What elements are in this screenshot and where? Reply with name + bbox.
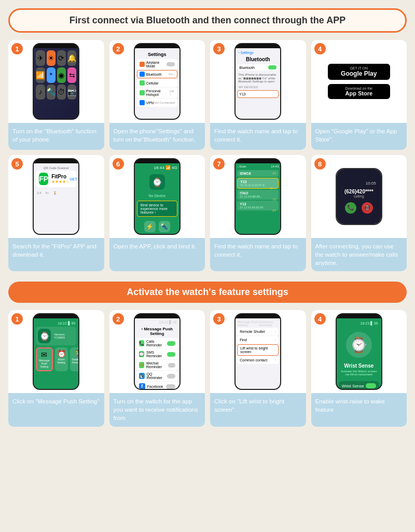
cc-tile-wifi2: 📶: [36, 67, 45, 83]
step-2-phone-screen: Settings Airplane Mode Bluetooth On ›: [135, 48, 179, 119]
sms-icon: 💬: [139, 351, 144, 357]
step-s2-4-phone: 18:23 ▋ 99 ⌚ Wrist Sense Activate the Wa…: [336, 313, 382, 390]
qq-toggle[interactable]: [167, 374, 175, 379]
cc-tile-mute: 🔔: [67, 50, 76, 66]
app-store-line2: App Store: [333, 90, 385, 96]
cc-tile-wifi: ✈: [36, 50, 45, 66]
step-1-image: 1 ✈ ☀ ⟳ 🔔 📶 * ◉ ⇆ ♪ 🔦 ⏱: [8, 40, 104, 123]
wrist-sense-toggle[interactable]: [366, 383, 376, 388]
step-4-number: 4: [314, 43, 326, 54]
step-3-desc: Find the watch name and tap to connect i…: [210, 123, 306, 150]
wechat-toggle[interactable]: [168, 363, 175, 368]
sms-toggle[interactable]: [167, 352, 175, 357]
google-play-button[interactable]: GET IT ON Google Play: [328, 64, 390, 80]
step-1-card: 1 ✈ ☀ ⟳ 🔔 📶 * ◉ ⇆ ♪ 🔦 ⏱: [8, 40, 104, 150]
bind-device-bar: Bind device to experience more features …: [137, 201, 177, 217]
cellular-label: Cellular: [146, 81, 159, 85]
scan-device-idw16: IDW16: [240, 172, 251, 175]
bt-info-text: This iPhone is discoverable as "◼◼◼◼◼◼◼ …: [237, 72, 279, 85]
bt-toggle-label: Bluetooth: [239, 66, 268, 69]
step-s2-2-number: 2: [113, 313, 124, 325]
step-7-image: 7 ‹ Scan 14:43 IDW16 -21: [210, 155, 306, 238]
step-6-phone-screen: 16:44 📶 4G ⌚ No Device Bind device to ex…: [135, 163, 179, 234]
step-4-card: 4 GET IT ON Google Play Download on the …: [311, 40, 407, 150]
settings-title: Settings: [137, 50, 177, 59]
phone-notch-s3: [250, 314, 266, 318]
bind-icon-2: 🔦: [159, 221, 170, 232]
bt-header: ‹ Settings: [237, 50, 279, 55]
watch-accept-button[interactable]: 📞: [345, 202, 356, 214]
section1-banner: First connect via Bluetooth and then con…: [8, 8, 407, 33]
step-s2-1-card: 1 18:22 ▋ 99 ⌚ Version: Y13663: [8, 310, 104, 426]
step-3-phone-screen: ‹ Settings Bluetooth Bluetooth This iPho…: [236, 48, 280, 119]
wrist-row-find: Find ›: [237, 336, 279, 344]
scan-row-idw16: IDW16 -21: [237, 170, 279, 177]
watch-call-number: (626)420****: [344, 189, 374, 194]
bluetooth-label: Bluetooth: [146, 73, 162, 76]
fitpro-logo-area: FP FitPro ★★★★☆ GET: [36, 171, 76, 187]
sms-label: SMS Reminder: [146, 351, 167, 358]
bind-screen: 16:44 📶 4G ⌚ No Device Bind device to ex…: [135, 163, 179, 234]
fitpro-get-btn[interactable]: GET: [70, 177, 77, 181]
bluetooth-icon: [140, 72, 145, 77]
wrist-header-label: Message Push Setting: [238, 320, 259, 327]
wrist-sense-subtitle: Activate the Watch screen via Wrist move…: [339, 369, 379, 377]
step-s2-1-phone-screen: 18:22 ▋ 99 ⌚ Version: Y13663 ✉ Message P…: [34, 318, 78, 389]
wechat-icon: 💚: [139, 362, 144, 368]
fitpro-scanner-label: QR Code Scanner: [36, 165, 76, 171]
section1-steps-grid: 1 ✈ ☀ ⟳ 🔔 📶 * ◉ ⇆ ♪ 🔦 ⏱: [8, 40, 407, 271]
calls-label: Calls Reminder: [146, 340, 168, 347]
cc-tile-airdrop: ⇆: [67, 67, 76, 83]
alarm-setting-item[interactable]: ⏰ Alarm Setting: [55, 347, 68, 371]
watch-decline-button[interactable]: 📵: [362, 202, 373, 214]
scan-time: 14:43: [271, 165, 279, 168]
step-4-image: 4 GET IT ON Google Play Download on the …: [311, 40, 407, 123]
bt-device-row-y13: Y13: [237, 90, 279, 98]
msg-push-icon-item[interactable]: ✉ Message Push Setting: [36, 347, 52, 371]
calls-toggle[interactable]: [167, 341, 175, 346]
wrist-sense-title: Wrist Sense: [344, 363, 374, 369]
facebook-toggle[interactable]: [166, 384, 175, 389]
scan-mac-y13-2: 21:12:03:A0:82:09: [240, 206, 276, 209]
step-2-desc: Open the phone"Settings" and turn on the…: [109, 123, 205, 150]
section2: Activate the watch's feature settings 1 …: [8, 282, 407, 426]
hotspot-val: Off ›: [170, 90, 175, 96]
app-store-button[interactable]: Download on the App Store: [328, 84, 390, 99]
watch-version-label: Version: Y13663: [54, 333, 74, 339]
step-s2-1-number: 1: [11, 313, 23, 325]
step-2-phone: Settings Airplane Mode Bluetooth On ›: [134, 43, 181, 120]
step-8-watch: 10:05 (626)420**** calling 📞 📵: [336, 168, 382, 225]
msg-home-screen: 18:22 ▋ 99 ⌚ Version: Y13663 ✉ Message P…: [34, 318, 78, 389]
step-s2-4-number: 4: [314, 313, 326, 325]
step-s2-4-desc: Enable wrist-raise to wake feature: [311, 393, 407, 420]
section2-steps-grid: 1 18:22 ▋ 99 ⌚ Version: Y13663: [8, 310, 407, 426]
cc-tile-cellular: ◉: [57, 67, 66, 83]
msg-home-time: 18:22 ▋ 99: [36, 320, 76, 327]
sedentary-label: Sedentary Reminder: [72, 358, 80, 364]
step-s2-3-number: 3: [213, 313, 225, 325]
fitpro-stats: 2.8 4+ 🏃: [36, 189, 76, 197]
wrist-header-right: Sedentary Reminder: [259, 320, 278, 327]
wrist-row-lift[interactable]: Lift wrist to bright screen ›: [237, 344, 279, 356]
step-3-phone: ‹ Settings Bluetooth Bluetooth This iPho…: [234, 43, 281, 120]
step-s2-2-card: 2 18:22 ▋ 60 ‹ Message Push Setting 📞 Ca…: [109, 310, 205, 426]
vpn-icon: [140, 100, 145, 105]
scan-row-itao: ITAO 21:12:AS:B6:83... -72: [237, 190, 279, 200]
fitpro-screen: QR Code Scanner FP FitPro ★★★★☆ GET 2.8: [34, 163, 78, 234]
scan-row-y13[interactable]: Y13 21:21:21:0:10:FF:E -57 ›: [237, 178, 279, 189]
sedentary-item[interactable]: 🚶 Sedentary Reminder: [70, 347, 80, 371]
scan-signal-idw16: -21: [272, 172, 276, 175]
step-s2-4-phone-screen: 18:23 ▋ 99 ⌚ Wrist Sense Activate the Wa…: [337, 318, 381, 390]
remote-arrow: ›: [275, 329, 276, 334]
facebook-icon: f: [139, 383, 145, 389]
step-s2-4-image: 4 18:23 ▋ 99 ⌚ Wrist Sense Activate the …: [311, 310, 407, 393]
phone-notch-s4: [351, 314, 367, 318]
hotspot-label: Personal Hotspot: [146, 89, 170, 96]
watch-call-buttons: 📞 📵: [345, 202, 373, 214]
msg-push-icon: ✉: [39, 351, 49, 359]
step-6-phone: 16:44 📶 4G ⌚ No Device Bind device to ex…: [134, 158, 181, 235]
scan-signal-y13: -57 ›: [269, 187, 275, 190]
settings-row-vpn: VPN Not Connected: [137, 99, 177, 107]
step-6-card: 6 16:44 📶 4G ⌚ No Device Bind device to …: [109, 155, 205, 271]
step-6-image: 6 16:44 📶 4G ⌚ No Device Bind device to …: [109, 155, 205, 238]
